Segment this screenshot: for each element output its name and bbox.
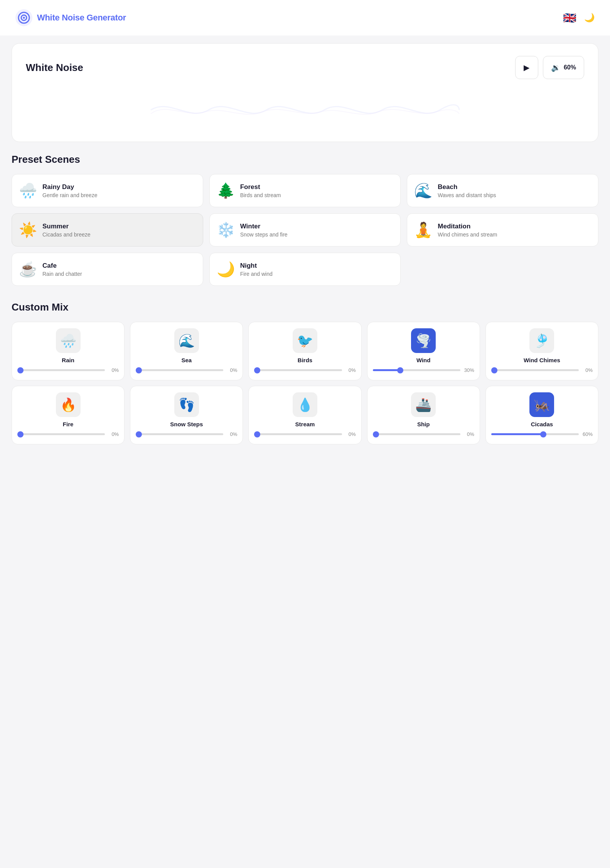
mix-pct: 0% (345, 431, 356, 437)
preset-text: Summer Cicadas and breeze (42, 223, 91, 238)
mix-card-birds: 🐦 Birds 0% (248, 322, 361, 380)
mix-icon-wrap: 💧 (293, 392, 317, 417)
mix-slider-row: 0% (254, 431, 356, 437)
preset-emoji: 🌊 (414, 182, 432, 199)
app-logo: White Noise Generator (15, 9, 126, 26)
mix-emoji: 💧 (297, 397, 313, 412)
mix-pct: 30% (463, 367, 474, 373)
mix-slider-row: 30% (373, 367, 474, 373)
preset-desc: Wind chimes and stream (438, 231, 497, 238)
preset-card-beach[interactable]: 🌊 Beach Waves and distant ships (407, 174, 598, 207)
preset-desc: Gentle rain and breeze (42, 192, 97, 198)
preset-name: Forest (240, 183, 281, 191)
preset-card-cafe[interactable]: ☕ Cafe Rain and chatter (12, 253, 203, 286)
custom-mix-grid: 🌧️ Rain 0% 🌊 Sea 0% 🐦 Birds 0% 🌪️ Wind (12, 322, 598, 444)
mix-card-wind: 🌪️ Wind 30% (367, 322, 480, 380)
preset-emoji: ❄️ (217, 221, 235, 238)
app-logo-icon (15, 9, 32, 26)
mix-slider[interactable] (254, 369, 342, 371)
mix-name: Cicadas (531, 421, 553, 427)
mix-slider[interactable] (491, 433, 579, 435)
mix-slider-row: 60% (491, 431, 593, 437)
mix-icon-wrap: 👣 (174, 392, 199, 417)
mix-card-stream: 💧 Stream 0% (248, 386, 361, 444)
preset-name: Night (240, 262, 273, 270)
preset-emoji: 🌲 (217, 182, 235, 199)
preset-text: Beach Waves and distant ships (438, 183, 496, 198)
preset-card-summer[interactable]: ☀️ Summer Cicadas and breeze (12, 213, 203, 247)
mix-icon-wrap: 🚢 (411, 392, 436, 417)
mix-pct: 0% (582, 367, 593, 373)
mix-pct: 0% (226, 431, 237, 437)
preset-card-winter[interactable]: ❄️ Winter Snow steps and fire (209, 213, 401, 247)
mix-slider[interactable] (373, 369, 460, 371)
mix-emoji: 🚢 (415, 397, 431, 412)
mix-card-cicadas: 🦗 Cicadas 60% (485, 386, 598, 444)
preset-card-rainy-day[interactable]: 🌧️ Rainy Day Gentle rain and breeze (12, 174, 203, 207)
preset-desc: Cicadas and breeze (42, 231, 91, 238)
playback-controls: ▶ 🔉 60% (515, 56, 584, 79)
mix-pct: 60% (582, 431, 593, 437)
play-button[interactable]: ▶ (515, 56, 538, 79)
mix-slider-row: 0% (491, 367, 593, 373)
mix-name: Ship (417, 421, 430, 427)
preset-card-meditation[interactable]: 🧘 Meditation Wind chimes and stream (407, 213, 598, 247)
preset-card-forest[interactable]: 🌲 Forest Birds and stream (209, 174, 401, 207)
preset-emoji: 🌙 (217, 261, 235, 278)
preset-name: Meditation (438, 223, 497, 230)
preset-grid: 🌧️ Rainy Day Gentle rain and breeze 🌲 Fo… (12, 174, 598, 286)
mix-name: Snow Steps (170, 421, 203, 427)
mix-slider-row: 0% (17, 431, 119, 437)
main-content: White Noise ▶ 🔉 60% Preset Scenes 🌧️ (0, 35, 610, 468)
preset-desc: Snow steps and fire (240, 231, 288, 238)
mix-slider[interactable] (254, 433, 342, 435)
preset-emoji: ☀️ (19, 221, 37, 238)
mix-card-wind-chimes: 🎐 Wind Chimes 0% (485, 322, 598, 380)
mix-name: Stream (295, 421, 315, 427)
volume-button[interactable]: 🔉 60% (543, 56, 584, 79)
custom-mix-section: Custom Mix 🌧️ Rain 0% 🌊 Sea 0% 🐦 Birds 0… (12, 301, 598, 444)
preset-scenes-section: Preset Scenes 🌧️ Rainy Day Gentle rain a… (12, 154, 598, 286)
mix-card-fire: 🔥 Fire 0% (12, 386, 125, 444)
language-flag[interactable]: 🇬🇧 (563, 12, 576, 24)
mix-icon-wrap: 🌪️ (411, 328, 436, 353)
mix-slider[interactable] (17, 433, 105, 435)
mix-slider[interactable] (17, 369, 105, 371)
mix-card-ship: 🚢 Ship 0% (367, 386, 480, 444)
mix-name: Wind (416, 357, 431, 363)
preset-desc: Waves and distant ships (438, 192, 496, 198)
mix-name: Sea (181, 357, 192, 363)
mix-slider-row: 0% (254, 367, 356, 373)
dark-mode-toggle[interactable]: 🌙 (584, 13, 595, 23)
mix-slider[interactable] (136, 369, 223, 371)
mix-card-rain: 🌧️ Rain 0% (12, 322, 125, 380)
preset-name: Rainy Day (42, 183, 97, 191)
mix-card-sea: 🌊 Sea 0% (130, 322, 243, 380)
mix-pct: 0% (226, 367, 237, 373)
mix-name: Rain (62, 357, 74, 363)
mix-pct: 0% (345, 367, 356, 373)
mix-slider-row: 0% (136, 367, 237, 373)
preset-text: Rainy Day Gentle rain and breeze (42, 183, 97, 198)
white-noise-header: White Noise ▶ 🔉 60% (26, 56, 584, 79)
mix-slider[interactable] (491, 369, 579, 371)
preset-card-night[interactable]: 🌙 Night Fire and wind (209, 253, 401, 286)
mix-emoji: 🎐 (534, 333, 550, 348)
mix-name: Wind Chimes (524, 357, 560, 363)
mix-name: Fire (63, 421, 74, 427)
preset-desc: Rain and chatter (42, 271, 82, 277)
header-actions: 🇬🇧 🌙 (563, 12, 595, 24)
mix-emoji: 🔥 (60, 397, 76, 412)
mix-emoji: 🌊 (179, 333, 195, 348)
mix-name: Birds (298, 357, 312, 363)
mix-icon-wrap: 🌊 (174, 328, 199, 353)
mix-slider[interactable] (373, 433, 460, 435)
mix-pct: 0% (463, 431, 474, 437)
mix-slider[interactable] (136, 433, 223, 435)
mix-icon-wrap: 🐦 (293, 328, 317, 353)
preset-desc: Fire and wind (240, 271, 273, 277)
preset-text: Forest Birds and stream (240, 183, 281, 198)
mix-emoji: 🐦 (297, 333, 313, 348)
volume-icon: 🔉 (551, 63, 561, 72)
preset-text: Winter Snow steps and fire (240, 223, 288, 238)
